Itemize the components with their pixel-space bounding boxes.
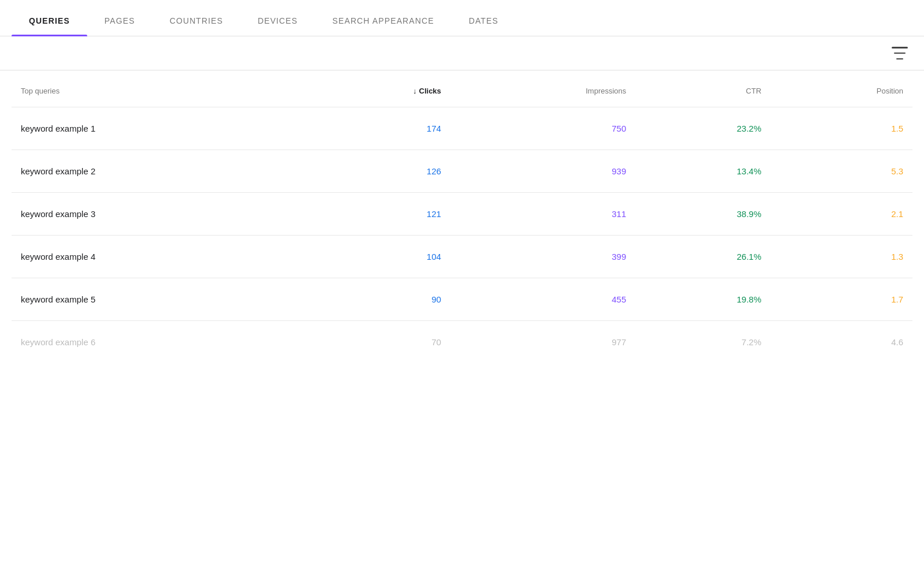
cell-clicks: 126: [304, 150, 450, 193]
cell-query: keyword example 2: [12, 150, 304, 193]
cell-position: 2.1: [770, 193, 912, 236]
cell-position: 1.7: [770, 278, 912, 321]
tab-queries[interactable]: QUERIES: [12, 6, 87, 36]
cell-impressions: 311: [450, 193, 635, 236]
cell-clicks: 174: [304, 107, 450, 150]
tabs-container: QUERIESPAGESCOUNTRIESDEVICESSEARCH APPEA…: [0, 0, 924, 36]
table-row: keyword example 212693913.4%5.3: [12, 150, 912, 193]
cell-ctr: 26.1%: [635, 236, 770, 278]
cell-impressions: 455: [450, 278, 635, 321]
cell-clicks: 104: [304, 236, 450, 278]
table-wrapper: Top queries ↓Clicks Impressions CTR Posi…: [0, 70, 924, 363]
cell-position: 1.5: [770, 107, 912, 150]
cell-query: keyword example 3: [12, 193, 304, 236]
cell-impressions: 977: [450, 321, 635, 364]
cell-ctr: 38.9%: [635, 193, 770, 236]
cell-clicks: 70: [304, 321, 450, 364]
cell-query: keyword example 5: [12, 278, 304, 321]
queries-table: Top queries ↓Clicks Impressions CTR Posi…: [12, 70, 912, 363]
table-row: keyword example 312131138.9%2.1: [12, 193, 912, 236]
col-header-impressions[interactable]: Impressions: [450, 70, 635, 107]
tab-countries[interactable]: COUNTRIES: [152, 6, 241, 36]
cell-ctr: 13.4%: [635, 150, 770, 193]
cell-clicks: 90: [304, 278, 450, 321]
cell-position: 4.6: [770, 321, 912, 364]
col-header-query[interactable]: Top queries: [12, 70, 304, 107]
cell-query: keyword example 1: [12, 107, 304, 150]
tab-pages[interactable]: PAGES: [87, 6, 152, 36]
cell-impressions: 399: [450, 236, 635, 278]
cell-query: keyword example 4: [12, 236, 304, 278]
cell-impressions: 750: [450, 107, 635, 150]
sort-arrow-icon: ↓: [413, 87, 417, 95]
table-row: keyword example 59045519.8%1.7: [12, 278, 912, 321]
cell-ctr: 19.8%: [635, 278, 770, 321]
table-row: keyword example 6709777.2%4.6: [12, 321, 912, 364]
tab-devices[interactable]: DEVICES: [240, 6, 315, 36]
table-row: keyword example 410439926.1%1.3: [12, 236, 912, 278]
cell-impressions: 939: [450, 150, 635, 193]
col-header-ctr[interactable]: CTR: [635, 70, 770, 107]
col-header-clicks[interactable]: ↓Clicks: [304, 70, 450, 107]
cell-position: 5.3: [770, 150, 912, 193]
cell-position: 1.3: [770, 236, 912, 278]
table-header-row: Top queries ↓Clicks Impressions CTR Posi…: [12, 70, 912, 107]
cell-query: keyword example 6: [12, 321, 304, 364]
col-header-position[interactable]: Position: [770, 70, 912, 107]
table-row: keyword example 117475023.2%1.5: [12, 107, 912, 150]
tab-search-appearance[interactable]: SEARCH APPEARANCE: [315, 6, 452, 36]
tab-dates[interactable]: DATES: [452, 6, 516, 36]
cell-clicks: 121: [304, 193, 450, 236]
cell-ctr: 7.2%: [635, 321, 770, 364]
table-body: keyword example 117475023.2%1.5keyword e…: [12, 107, 912, 364]
filter-icon[interactable]: [892, 47, 908, 59]
toolbar: [0, 36, 924, 70]
cell-ctr: 23.2%: [635, 107, 770, 150]
